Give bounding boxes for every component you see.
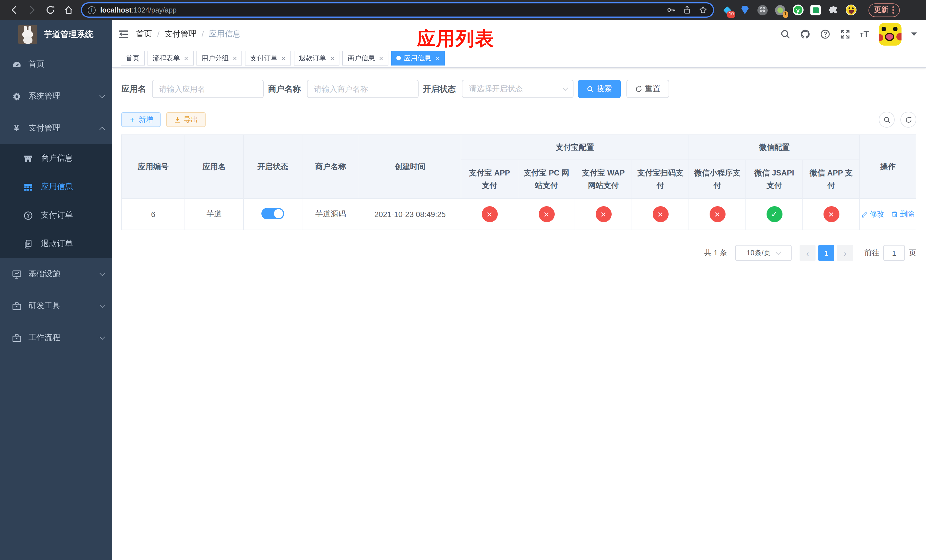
col-wx-app: 微信 APP 支付 [803, 160, 859, 198]
status-cross-icon [823, 206, 839, 222]
chevron-down-icon [99, 334, 105, 340]
monitor-icon [10, 269, 23, 279]
app-name-label: 应用名 [121, 83, 146, 94]
col-wx-jsapi: 微信 JSAPI 支付 [746, 160, 803, 198]
tab-home[interactable]: 首页 [121, 51, 145, 65]
delete-link[interactable]: 删除 [891, 209, 915, 219]
sidebar-item-dev-tools[interactable]: 研发工具 [0, 290, 112, 322]
help-question-icon[interactable] [820, 29, 830, 39]
extension-command-icon[interactable]: ⌘ [757, 4, 768, 16]
browser-forward-icon[interactable] [25, 3, 39, 17]
refresh-icon [635, 85, 642, 92]
search-icon [586, 85, 594, 92]
tab-user-group[interactable]: 用户分组 [196, 51, 242, 65]
tab-merchant-info[interactable]: 商户信息 [342, 51, 388, 65]
close-icon[interactable] [184, 54, 188, 62]
share-icon[interactable] [683, 6, 691, 14]
extension-gem-icon[interactable] [739, 4, 750, 16]
merchant-name-input[interactable] [307, 80, 418, 98]
extension-y-icon[interactable]: y [792, 4, 803, 16]
col-merchant: 商户名称 [302, 135, 359, 198]
merchant-name-label: 商户名称 [268, 83, 301, 94]
sidebar-item-pay-orders[interactable]: 支付订单 [0, 201, 112, 230]
toggle-search-button[interactable] [879, 112, 895, 128]
app-name-input[interactable] [152, 80, 263, 98]
col-alipay-pc: 支付宝 PC 网站支付 [518, 160, 575, 198]
extension-chat-icon[interactable] [810, 4, 821, 16]
add-button[interactable]: ＋ 新增 [121, 112, 160, 127]
extensions-puzzle-icon[interactable] [828, 4, 839, 16]
table-toolbar: ＋ 新增 导出 [121, 112, 916, 128]
status-cross-icon [539, 206, 554, 222]
browser-update-button[interactable]: 更新 [869, 3, 900, 17]
font-size-icon[interactable]: TT [859, 29, 869, 39]
bookmark-star-icon[interactable] [699, 6, 707, 14]
profile-avatar-icon[interactable] [845, 4, 856, 16]
group-wechat-config: 微信配置 [689, 135, 859, 160]
url-text[interactable]: localhost:1024/pay/app [100, 6, 177, 14]
sidebar-item-workflow[interactable]: 工作流程 [0, 322, 112, 354]
sidebar-item-refund-orders[interactable]: 退款订单 [0, 230, 112, 258]
pagination: 共 1 条 10条/页 1 前往 页 [121, 245, 916, 261]
refresh-table-button[interactable] [900, 112, 916, 128]
extension-recorder-icon[interactable]: 1 [775, 4, 786, 16]
col-app-id: 应用编号 [122, 135, 185, 198]
col-alipay-wap: 支付宝 WAP 网站支付 [575, 160, 632, 198]
close-icon[interactable] [330, 54, 334, 62]
browser-reload-icon[interactable] [43, 3, 57, 17]
tab-process-form[interactable]: 流程表单 [147, 51, 193, 65]
app-title: 芋道管理系统 [44, 29, 94, 39]
close-icon[interactable] [435, 54, 439, 62]
cell-app-id: 6 [122, 198, 185, 230]
chevron-up-icon [99, 127, 105, 132]
page-number-1[interactable]: 1 [819, 245, 834, 261]
user-menu-caret-icon[interactable] [911, 32, 917, 36]
goto-page-input[interactable] [883, 245, 905, 261]
cell-merchant: 芋道源码 [302, 198, 359, 230]
extension-pin-icon[interactable]: 10 [722, 4, 733, 16]
next-page-button[interactable] [837, 245, 853, 261]
extension-badge: 1 [783, 11, 788, 17]
cell-app-name: 芋道 [185, 198, 244, 230]
cell-created-at: 2021-10-23 08:49:25 [359, 198, 461, 230]
site-info-icon[interactable]: i [88, 6, 96, 14]
breadcrumb-home[interactable]: 首页 [136, 29, 152, 39]
status-cross-icon [481, 206, 498, 222]
status-select[interactable]: 请选择开启状态 [461, 80, 573, 98]
close-icon[interactable] [233, 54, 237, 62]
user-avatar[interactable] [879, 23, 902, 45]
briefcase-icon [10, 333, 23, 343]
tab-pay-orders[interactable]: 支付订单 [245, 51, 291, 65]
fullscreen-icon[interactable] [840, 29, 850, 39]
sidebar-item-merchant-info[interactable]: 商户信息 [0, 144, 112, 173]
sidebar-item-home[interactable]: 首页 [0, 48, 112, 80]
password-key-icon[interactable] [667, 6, 675, 14]
sidebar-item-app-info[interactable]: 应用信息 [0, 173, 112, 201]
header-search-icon[interactable] [780, 29, 790, 39]
tab-app-info[interactable]: 应用信息 [391, 51, 445, 65]
browser-menu-icon[interactable] [893, 6, 894, 14]
close-icon[interactable] [281, 54, 286, 62]
export-button[interactable]: 导出 [166, 112, 205, 127]
sidebar-item-payment[interactable]: ¥ 支付管理 [0, 112, 112, 144]
github-icon[interactable] [800, 29, 810, 39]
sidebar-item-infrastructure[interactable]: 基础设施 [0, 258, 112, 290]
top-navbar: 首页 / 支付管理 / 应用信息 应用列表 TT [112, 20, 926, 48]
tab-refund-orders[interactable]: 退款订单 [294, 51, 340, 65]
browser-back-icon[interactable] [7, 3, 21, 17]
search-button[interactable]: 搜索 [578, 80, 620, 98]
search-form: 应用名 商户名称 开启状态 请选择开启状态 搜索 重置 [121, 80, 916, 98]
tags-view-bar: 首页 流程表单 用户分组 支付订单 退款订单 商户信息 应用信息 [112, 48, 926, 68]
prev-page-button[interactable] [800, 245, 816, 261]
page-size-select[interactable]: 10条/页 [735, 245, 791, 261]
address-bar[interactable]: i localhost:1024/pay/app [81, 2, 714, 18]
reset-button[interactable]: 重置 [626, 80, 669, 98]
status-toggle[interactable] [262, 207, 284, 219]
breadcrumb-payment[interactable]: 支付管理 [165, 29, 197, 39]
sidebar-collapse-icon[interactable] [112, 29, 136, 40]
close-icon[interactable] [379, 54, 383, 62]
app-logo[interactable]: 芋道管理系统 [0, 20, 112, 48]
browser-home-icon[interactable] [62, 3, 75, 17]
sidebar-item-system[interactable]: 系统管理 [0, 80, 112, 112]
edit-link[interactable]: 修改 [861, 209, 884, 219]
